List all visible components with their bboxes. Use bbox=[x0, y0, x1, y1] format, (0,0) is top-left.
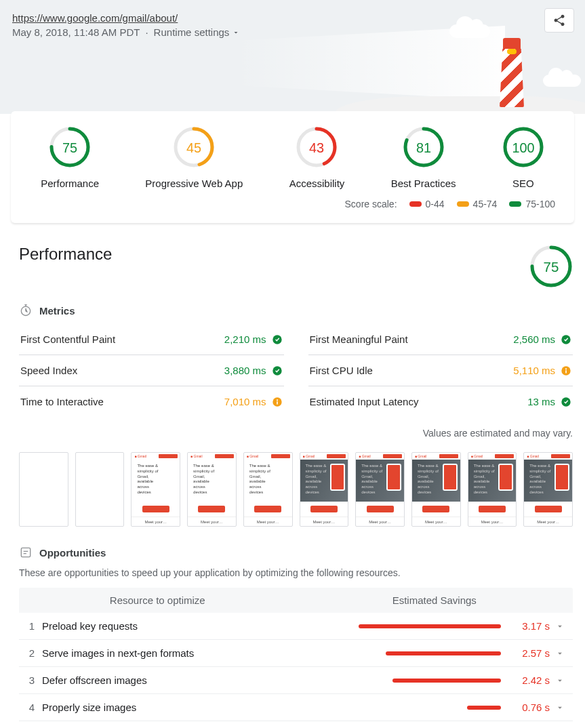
info-circle-icon bbox=[561, 365, 571, 376]
score-label: Progressive Web App bbox=[145, 178, 243, 189]
opportunity-savings: 2.42 s bbox=[509, 674, 550, 686]
filmstrip-frame: ■ Gmail The ease &simplicity ofGmail,ava… bbox=[523, 452, 573, 527]
score-gauge: 75 bbox=[49, 126, 91, 168]
score-label: Best Practices bbox=[391, 178, 456, 189]
score-performance[interactable]: 75 Performance bbox=[41, 126, 99, 189]
separator: · bbox=[145, 26, 148, 38]
metric-name: First CPU Idle bbox=[310, 365, 373, 376]
opportunity-index: 2 bbox=[22, 647, 42, 659]
metric-row[interactable]: First Contentful Paint 2,210 ms bbox=[19, 324, 284, 355]
check-circle-icon bbox=[561, 397, 571, 407]
info-circle-icon bbox=[272, 397, 283, 407]
metric-name: First Contentful Paint bbox=[20, 333, 115, 345]
check-circle-icon bbox=[272, 365, 283, 376]
svg-text:75: 75 bbox=[544, 259, 559, 275]
performance-gauge: 75 bbox=[529, 245, 573, 290]
metric-row[interactable]: Time to Interactive 7,010 ms bbox=[19, 386, 284, 417]
share-button[interactable] bbox=[544, 8, 574, 33]
opp-col-resource: Resource to optimize bbox=[19, 594, 296, 606]
score-gauge: 81 bbox=[403, 126, 445, 168]
score-best-practices[interactable]: 81 Best Practices bbox=[391, 126, 456, 189]
filmstrip-frame bbox=[75, 452, 125, 527]
opportunity-name: Defer offscreen images bbox=[42, 674, 353, 686]
metrics-label: Metrics bbox=[39, 305, 75, 317]
filmstrip-frame: ■ Gmail The ease &simplicity ofGmail,ava… bbox=[468, 452, 517, 527]
metric-value: 5,110 ms bbox=[513, 365, 571, 376]
metric-row[interactable]: First CPU Idle 5,110 ms bbox=[308, 355, 573, 386]
opportunity-savings: 2.57 s bbox=[509, 647, 550, 659]
svg-rect-29 bbox=[21, 548, 30, 557]
tasklist-icon bbox=[19, 546, 33, 559]
score-label: SEO bbox=[512, 178, 534, 189]
opportunity-row[interactable]: 5 Eliminate render-blocking resources 0.… bbox=[19, 721, 573, 728]
svg-rect-27 bbox=[277, 401, 278, 405]
score-seo[interactable]: 100 SEO bbox=[502, 126, 544, 189]
score-scale: Score scale: 0-4445-7475-100 bbox=[18, 189, 567, 218]
score-label: Performance bbox=[41, 178, 99, 189]
chevron-down-icon bbox=[232, 28, 240, 37]
opportunity-savings: 0.76 s bbox=[509, 702, 550, 713]
svg-point-26 bbox=[276, 399, 277, 401]
score-label: Accessibility bbox=[289, 178, 345, 189]
scores-card: 75 Performance 45 Progressive Web App 43… bbox=[11, 111, 574, 223]
opportunities-table-header: Resource to optimize Estimated Savings bbox=[19, 588, 573, 613]
opp-col-savings: Estimated Savings bbox=[296, 594, 573, 606]
opportunity-savings: 3.17 s bbox=[509, 620, 550, 632]
score-scale-label: Score scale: bbox=[345, 199, 397, 209]
opportunity-name: Preload key requests bbox=[42, 620, 353, 632]
metric-row[interactable]: First Meaningful Paint 2,560 ms bbox=[308, 324, 573, 355]
runtime-settings-toggle[interactable]: Runtime settings bbox=[154, 26, 241, 38]
metrics-note: Values are estimated and may vary. bbox=[19, 428, 573, 439]
svg-text:43: 43 bbox=[309, 140, 324, 155]
filmstrip-frame: ■ Gmail The ease &simplicity ofGmail,ava… bbox=[243, 452, 293, 527]
score-scale-range: 0-44 bbox=[409, 199, 445, 209]
filmstrip-frame: ■ Gmail The ease &simplicity ofGmail,ava… bbox=[411, 452, 461, 527]
metric-row[interactable]: Estimated Input Latency 13 ms bbox=[308, 386, 573, 417]
score-gauge: 100 bbox=[502, 126, 544, 168]
filmstrip-frame: ■ Gmail The ease &simplicity ofGmail,ava… bbox=[300, 452, 349, 527]
opportunity-row[interactable]: 4 Properly size images 0.76 s bbox=[19, 694, 573, 721]
report-datetime: May 8, 2018, 11:48 AM PDT bbox=[12, 26, 140, 38]
score-scale-range: 45-74 bbox=[457, 199, 498, 209]
check-circle-icon bbox=[272, 334, 283, 345]
opportunity-index: 1 bbox=[22, 620, 42, 632]
chevron-down-icon bbox=[550, 622, 570, 631]
opportunity-name: Properly size images bbox=[42, 702, 353, 713]
metric-value: 2,560 ms bbox=[513, 333, 571, 345]
opportunity-row[interactable]: 2 Serve images in next-gen formats 2.57 … bbox=[19, 640, 573, 667]
opportunity-row[interactable]: 3 Defer offscreen images 2.42 s bbox=[19, 667, 573, 694]
metric-value: 2,210 ms bbox=[224, 333, 283, 345]
svg-text:75: 75 bbox=[62, 140, 77, 155]
opportunity-index: 3 bbox=[22, 674, 42, 686]
filmstrip-frame: ■ Gmail The ease &simplicity ofGmail,ava… bbox=[131, 452, 180, 527]
metric-name: Estimated Input Latency bbox=[310, 396, 419, 407]
opportunity-row[interactable]: 1 Preload key requests 3.17 s bbox=[19, 613, 573, 640]
metric-name: Speed Index bbox=[20, 365, 77, 376]
filmstrip-frame: ■ Gmail The ease &simplicity ofGmail,ava… bbox=[355, 452, 405, 527]
page-url[interactable]: https://www.google.com/gmail/about/ bbox=[12, 12, 178, 24]
score-gauge: 43 bbox=[296, 126, 338, 168]
score-progressive-web-app[interactable]: 45 Progressive Web App bbox=[145, 126, 243, 189]
svg-text:81: 81 bbox=[416, 140, 431, 155]
filmstrip-frame: ■ Gmail The ease &simplicity ofGmail,ava… bbox=[187, 452, 237, 527]
svg-rect-24 bbox=[565, 370, 567, 373]
opportunities-description: These are opportunities to speed up your… bbox=[19, 567, 573, 578]
svg-text:100: 100 bbox=[512, 140, 534, 155]
stopwatch-icon bbox=[19, 304, 33, 317]
runtime-settings-label: Runtime settings bbox=[154, 26, 230, 38]
metric-value: 13 ms bbox=[527, 396, 571, 407]
metric-value: 7,010 ms bbox=[224, 396, 283, 407]
metric-value: 3,880 ms bbox=[224, 365, 283, 376]
score-accessibility[interactable]: 43 Accessibility bbox=[289, 126, 345, 189]
chevron-down-icon bbox=[550, 676, 570, 685]
metric-row[interactable]: Speed Index 3,880 ms bbox=[19, 355, 284, 386]
metrics-header: Metrics bbox=[19, 304, 573, 317]
score-gauge: 45 bbox=[173, 126, 215, 168]
score-scale-range: 75-100 bbox=[509, 199, 555, 209]
filmstrip: ■ Gmail The ease &simplicity ofGmail,ava… bbox=[19, 452, 573, 527]
svg-text:45: 45 bbox=[186, 140, 201, 155]
opportunity-bar bbox=[353, 651, 509, 655]
hero-header: https://www.google.com/gmail/about/ May … bbox=[0, 0, 585, 114]
filmstrip-frame bbox=[19, 452, 68, 527]
performance-title: Performance bbox=[19, 245, 112, 264]
